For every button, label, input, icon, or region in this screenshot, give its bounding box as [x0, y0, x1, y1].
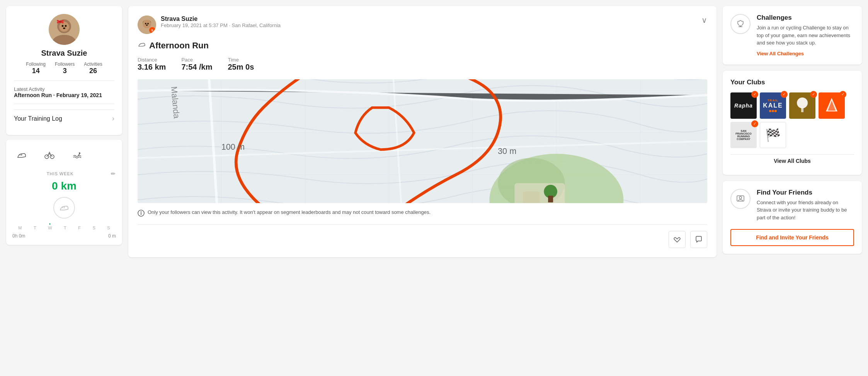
view-all-challenges-link[interactable]: View All Challenges	[757, 51, 804, 56]
day-f: F	[78, 223, 81, 230]
find-friends-row: Find Your Friends Connect with your frie…	[730, 189, 854, 225]
find-friends-icon	[730, 189, 751, 209]
club-check-apex: ✓	[839, 91, 846, 98]
club-rapha[interactable]: Rapha ✓	[730, 92, 757, 119]
feed-avatar: S	[138, 15, 156, 34]
training-log-label: Your Training Log	[14, 115, 62, 122]
club-flag-logo: 🏁	[760, 122, 786, 148]
stats-row: Following 14 Followers 3 Activities 26	[14, 62, 114, 75]
challenges-title: Challenges	[757, 14, 854, 22]
svg-text:100 m: 100 m	[221, 142, 245, 152]
pace-label: Pace	[181, 57, 212, 63]
time-stat: Time 25m 0s	[228, 57, 254, 72]
activity-name: Afternoon Run	[149, 41, 209, 51]
activity-stats-row: Distance 3.16 km Pace 7:54 /km Time 25m …	[138, 57, 707, 72]
svg-point-7	[63, 27, 65, 29]
svg-point-8	[59, 21, 61, 23]
svg-point-51	[797, 97, 808, 108]
weekly-time: 0h 0m	[12, 233, 25, 239]
find-friends-widget: Find Your Friends Connect with your frie…	[723, 181, 862, 254]
svg-text:S: S	[151, 29, 153, 32]
edit-icon[interactable]: ✏	[111, 171, 116, 177]
distance-stat: Distance 3.16 km	[138, 57, 166, 72]
club-apex[interactable]: ✓	[819, 92, 845, 119]
find-friends-description: Connect with your friends already on Str…	[757, 199, 854, 222]
svg-point-19	[147, 23, 149, 24]
followers-label: Followers	[55, 62, 75, 67]
day-s1: S	[93, 223, 95, 230]
time-value: 25m 0s	[228, 63, 254, 72]
svg-rect-38	[523, 191, 540, 203]
distance-label: Distance	[138, 57, 166, 63]
svg-rect-52	[801, 108, 803, 112]
feed-user-info: S Strava Suzie February 19, 2021 at 5:37…	[138, 15, 281, 34]
kudos-button[interactable]	[669, 231, 686, 248]
divider-2	[14, 104, 114, 104]
dropdown-icon[interactable]: ∨	[701, 15, 707, 25]
activity-map: 30 m 100 m 20 m Hartzell Park © Esmeyor …	[138, 79, 707, 203]
club-trail-kale[interactable]: TRAIL KALE ✓	[760, 92, 786, 119]
clubs-title: Your Clubs	[730, 79, 854, 86]
following-label: Following	[26, 62, 46, 67]
feed-actions	[138, 231, 707, 248]
distance-value: 3.16 km	[138, 63, 166, 72]
latest-activity: Latest Activity Afternoon Run · February…	[14, 86, 114, 98]
svg-point-56	[739, 197, 742, 199]
training-log-link[interactable]: Your Training Log ›	[14, 109, 114, 127]
clubs-widget: Your Clubs Rapha ✓ TRAIL KALE	[723, 71, 862, 175]
day-t1: T	[34, 223, 36, 230]
activities-value: 26	[89, 67, 97, 75]
weekly-distance: 0 km	[12, 180, 116, 192]
svg-point-17	[143, 20, 151, 28]
following-stat: Following 14	[26, 62, 46, 75]
svg-point-6	[65, 25, 67, 27]
find-invite-friends-button[interactable]: Find and Invite Your Friends	[730, 229, 854, 246]
club-sf-running[interactable]: SAN FRANCISCO RUNNING COMPANY ✓	[730, 122, 757, 148]
activity-type-icon	[138, 40, 146, 51]
find-friends-title: Find Your Friends	[757, 189, 854, 197]
feed-text-info: Strava Suzie February 19, 2021 at 5:37 P…	[161, 15, 281, 28]
privacy-text: Only your followers can view this activi…	[148, 209, 431, 215]
privacy-icon	[138, 210, 145, 218]
stats-bottom-row: 0h 0m 0 m	[12, 233, 116, 239]
day-t2: T	[64, 223, 66, 230]
day-m: M	[18, 223, 22, 230]
activity-title: Afternoon Run	[138, 40, 707, 51]
profile-card: Strava Suzie Following 14 Followers 3 Ac…	[6, 6, 122, 135]
activities-stat: Activities 26	[84, 62, 102, 75]
swim-activity-button[interactable]	[68, 146, 87, 164]
svg-rect-44	[548, 196, 553, 202]
pace-stat: Pace 7:54 /km	[181, 57, 212, 72]
comment-button[interactable]	[690, 231, 707, 248]
this-week-section: THIS WEEK ✏ 0 km	[12, 171, 116, 239]
club-check-sf-running: ✓	[751, 120, 758, 127]
day-w: W	[48, 223, 52, 230]
challenges-icon	[730, 14, 751, 34]
feed-activity-date: February 19, 2021 at 5:37 PM · San Rafae…	[161, 22, 281, 28]
chevron-right-icon: ›	[112, 115, 114, 123]
club-check-tree: ✓	[810, 91, 817, 98]
challenges-widget: Challenges Join a run or cycling Challen…	[723, 6, 862, 65]
svg-point-5	[62, 25, 64, 27]
left-sidebar: Strava Suzie Following 14 Followers 3 Ac…	[6, 6, 122, 370]
run-activity-button[interactable]	[12, 146, 31, 164]
view-all-clubs-button[interactable]: View All Clubs	[730, 154, 854, 167]
club-tree[interactable]: ✓	[789, 92, 815, 119]
right-sidebar: Challenges Join a run or cycling Challen…	[723, 6, 862, 370]
challenges-content: Challenges Join a run or cycling Challen…	[757, 14, 854, 57]
this-week-label: THIS WEEK ✏	[12, 171, 116, 177]
svg-point-12	[49, 152, 50, 153]
main-feed: S Strava Suzie February 19, 2021 at 5:37…	[128, 6, 717, 370]
svg-point-18	[145, 23, 146, 24]
bike-activity-button[interactable]	[40, 146, 59, 164]
find-friends-content: Find Your Friends Connect with your frie…	[757, 189, 854, 225]
challenges-description: Join a run or cycling Challenge to stay …	[757, 24, 854, 47]
feed-header: S Strava Suzie February 19, 2021 at 5:37…	[138, 15, 707, 34]
days-row: M T W T F	[12, 223, 116, 230]
club-flag[interactable]: 🏁	[760, 122, 786, 148]
feed-card: S Strava Suzie February 19, 2021 at 5:37…	[128, 6, 717, 257]
challenges-widget-row: Challenges Join a run or cycling Challen…	[730, 14, 854, 57]
svg-point-4	[59, 22, 69, 32]
avatar	[49, 14, 80, 45]
svg-point-20	[146, 25, 148, 26]
